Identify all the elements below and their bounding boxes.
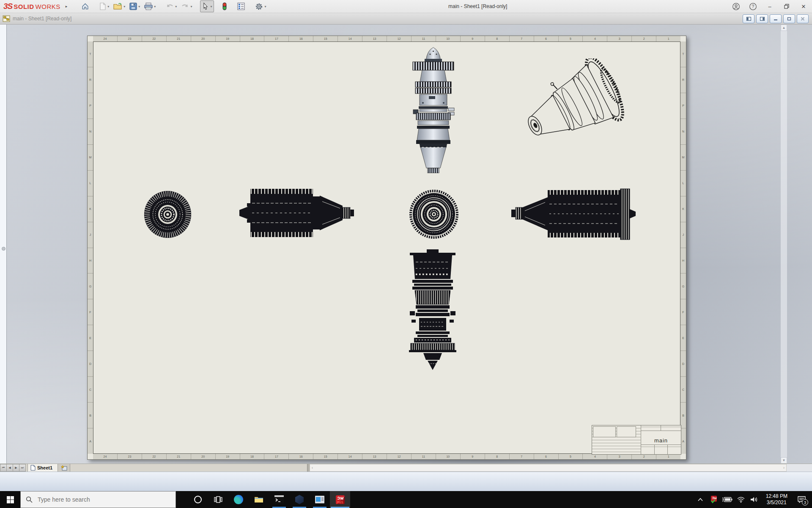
scroll-right-icon[interactable]: ›: [783, 466, 785, 470]
options-button[interactable]: ▾: [253, 0, 268, 12]
search-input[interactable]: [37, 496, 140, 503]
left-fan-view[interactable]: [143, 190, 192, 239]
panel-expand-handle-icon[interactable]: [2, 247, 5, 251]
pane-left-button[interactable]: [743, 14, 754, 23]
minimize-button[interactable]: –: [761, 0, 778, 13]
file-explorer-button[interactable]: [249, 491, 269, 508]
pane-left-icon: [746, 17, 751, 21]
zone-label: 2: [632, 36, 656, 41]
zone-label: 5: [559, 454, 583, 459]
open-dropdown-icon[interactable]: ▾: [123, 5, 125, 8]
edge-button[interactable]: [228, 491, 249, 508]
previous-sheet-button[interactable]: ◀: [7, 464, 13, 472]
zone-label: F: [88, 299, 93, 325]
bottom-view[interactable]: [406, 248, 459, 375]
command-prompt-button[interactable]: [269, 491, 289, 508]
undo-dropdown-icon[interactable]: ▾: [175, 5, 177, 8]
solidworks-taskbar-button[interactable]: 2021: [330, 491, 350, 508]
feature-manager-collapsed-panel[interactable]: [0, 25, 7, 464]
chevron-up-icon: [698, 498, 703, 501]
zone-label: G: [88, 273, 93, 299]
zone-label: 11: [411, 36, 436, 41]
cortana-icon: [194, 495, 202, 504]
title-block-title-cell: main: [641, 431, 681, 445]
last-sheet-button[interactable]: ⏭: [19, 464, 26, 472]
zone-label: 15: [313, 36, 338, 41]
tray-chevron-button[interactable]: [695, 491, 706, 508]
doc-close-button[interactable]: [797, 14, 809, 23]
wifi-tray-button[interactable]: [735, 491, 746, 508]
action-center-button[interactable]: 3: [793, 491, 809, 508]
volume-tray-button[interactable]: [749, 491, 760, 508]
zone-label: D: [680, 351, 686, 377]
task-view-button[interactable]: [208, 491, 228, 508]
title-block-right: main: [641, 425, 681, 454]
isometric-view[interactable]: [521, 58, 629, 154]
open-button[interactable]: ▾: [111, 0, 127, 12]
pane-right-button[interactable]: [756, 14, 768, 23]
battery-icon: [722, 497, 732, 502]
zone-ruler-top: 242322212019181716151413121110987654321: [93, 36, 680, 42]
close-button[interactable]: ✕: [795, 0, 812, 13]
display-app-icon: [315, 496, 324, 503]
print-dropdown-icon[interactable]: ▾: [154, 5, 156, 8]
redo-button[interactable]: ▾: [179, 0, 194, 12]
zone-label: 1: [656, 36, 680, 41]
select-tool-button[interactable]: ▾: [200, 0, 214, 12]
zone-label: 18: [240, 36, 265, 41]
taskbar-search[interactable]: [20, 491, 176, 508]
save-button[interactable]: ▾: [127, 0, 142, 12]
options-dropdown-icon[interactable]: ▾: [264, 5, 266, 8]
scroll-down-icon[interactable]: ▼: [781, 457, 787, 464]
zone-label: 13: [362, 454, 387, 459]
save-dropdown-icon[interactable]: ▾: [138, 5, 140, 8]
side-view-left[interactable]: [239, 185, 363, 241]
add-sheet-button[interactable]: [58, 464, 70, 472]
tray-clock[interactable]: 12:48 PM 3/5/2021: [763, 493, 791, 506]
zone-label: 23: [118, 36, 142, 41]
zone-label: 6: [534, 36, 559, 41]
rebuild-button[interactable]: [220, 0, 229, 12]
rear-circular-view[interactable]: [409, 189, 459, 239]
scroll-left-icon[interactable]: ‹: [312, 466, 313, 470]
account-button[interactable]: [727, 0, 744, 13]
start-button[interactable]: [0, 491, 20, 508]
display-app-button[interactable]: [310, 491, 330, 508]
home-button[interactable]: [79, 0, 91, 12]
doc-restore-button[interactable]: [783, 14, 795, 23]
brand-expand-arrow-icon[interactable]: ▸: [66, 4, 68, 8]
vertical-scrollbar[interactable]: ▲ ▼: [781, 25, 787, 464]
new-document-button[interactable]: ▾: [97, 0, 111, 12]
next-sheet-button[interactable]: ▶: [13, 464, 19, 472]
cortana-button[interactable]: [188, 491, 208, 508]
print-button[interactable]: ▾: [142, 0, 158, 12]
battery-tray-button[interactable]: [722, 491, 733, 508]
undo-button[interactable]: ▾: [164, 0, 179, 12]
horizontal-scrollbar[interactable]: ‹ ›: [310, 464, 787, 472]
select-dropdown-icon[interactable]: ▾: [210, 5, 212, 8]
doc-minimize-button[interactable]: [770, 14, 782, 23]
redo-dropdown-icon[interactable]: ▾: [190, 5, 192, 8]
doc-restore-icon: [787, 17, 791, 21]
first-sheet-button[interactable]: ⏮: [0, 464, 7, 472]
drawing-sheet[interactable]: 242322212019181716151413121110987654321 …: [87, 36, 686, 460]
side-view-right[interactable]: [510, 187, 637, 241]
scroll-up-icon[interactable]: ▲: [781, 25, 787, 31]
solidworks-monitor-tray-button[interactable]: [708, 491, 719, 508]
front-view-shaded[interactable]: [407, 46, 460, 173]
zone-label: 9: [461, 36, 485, 41]
svg-text:?: ?: [752, 4, 754, 9]
doc-minimize-icon: [774, 17, 778, 21]
zone-label: 19: [216, 36, 240, 41]
help-button[interactable]: ?: [744, 0, 761, 13]
new-document-dropdown-icon[interactable]: ▾: [107, 5, 109, 8]
graphics-area[interactable]: 242322212019181716151413121110987654321 …: [0, 25, 812, 464]
display-report-button[interactable]: [235, 0, 247, 12]
restore-button[interactable]: [778, 0, 795, 13]
zone-label: J: [88, 222, 93, 248]
add-sheet-icon: [61, 465, 67, 471]
brand-bold: SOLID: [14, 3, 34, 10]
tab-sheet1[interactable]: Sheet1: [27, 464, 58, 472]
wifi-icon: [737, 496, 745, 503]
hexagon-app-button[interactable]: [289, 491, 310, 508]
